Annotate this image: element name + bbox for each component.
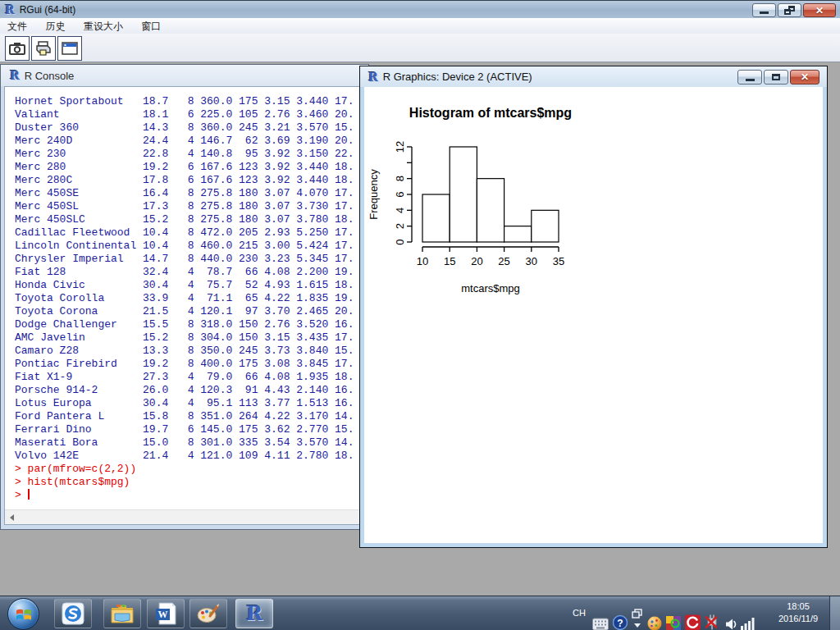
menu-window[interactable]: 窗口	[134, 19, 168, 34]
histogram-bar	[532, 210, 559, 242]
main-titlebar[interactable]: R RGui (64-bit) ✕	[0, 0, 840, 18]
console-line: >	[15, 489, 354, 502]
minimize-icon	[760, 11, 769, 14]
graphics-device-canvas: 0246812Frequency101520253035mtcars$mpgHi…	[364, 87, 823, 543]
taskbar-explorer-button[interactable]	[103, 599, 141, 628]
close-icon: ✕	[815, 6, 824, 16]
antivirus-tray-icon[interactable]	[685, 605, 701, 630]
main-window-title: RGui (64-bit)	[20, 4, 76, 16]
close-icon: ✕	[801, 72, 809, 82]
menu-resize[interactable]: 重设大小	[76, 19, 130, 34]
console-line: Camaro Z28 13.3 8 350.0 245 3.73 3.840 1…	[15, 345, 354, 358]
console-window: R R Console Hornet Sportabout 18.7 8 360…	[1, 65, 368, 529]
y-tick-label: 6	[394, 191, 406, 197]
console-line: Honda Civic 30.4 4 75.7 52 4.93 1.615 18…	[15, 279, 354, 292]
console-line: Duster 360 14.3 8 360.0 245 3.21 3.570 1…	[15, 121, 354, 135]
console-line: Chrysler Imperial 14.7 8 440.0 230 3.23 …	[15, 253, 354, 266]
menu-file[interactable]: 文件	[0, 19, 34, 34]
console-line: Hornet Sportabout 18.7 8 360.0 175 3.15 …	[15, 95, 354, 108]
window-icon	[62, 42, 78, 55]
sogou-browser-icon	[62, 602, 84, 625]
console-line: Merc 280C 17.8 6 167.6 123 3.92 3.440 18…	[15, 174, 354, 187]
console-line: Fiat X1-9 27.3 4 79.0 66 4.08 1.935 18.	[15, 371, 354, 384]
histogram-bar	[477, 179, 504, 242]
console-line: Toyota Corolla 33.9 4 71.1 65 4.22 1.835…	[15, 292, 354, 305]
console-line: Merc 450SLC 15.2 8 275.8 180 3.07 3.780 …	[15, 213, 354, 226]
windows-flag-icon	[16, 607, 32, 622]
paint-palette-icon	[196, 603, 221, 624]
taskbar-word-button[interactable]: W	[147, 599, 185, 628]
graphics-title: R Graphics: Device 2 (ACTIVE)	[383, 71, 532, 83]
console-line: Lincoln Continental 10.4 8 460.0 215 3.0…	[15, 240, 354, 253]
console-line: Merc 450SL 17.3 8 275.8 180 3.07 3.730 1…	[15, 200, 354, 213]
taskbar: W R CH	[0, 596, 840, 630]
console-line: Porsche 914-2 26.0 4 120.3 91 4.43 2.140…	[15, 384, 354, 397]
tray-time: 18:05	[768, 600, 829, 613]
histogram-bar	[504, 226, 532, 242]
taskbar-sogou-button[interactable]	[54, 599, 92, 628]
console-line: Lotus Europa 30.4 4 95.1 113 3.77 1.513 …	[15, 397, 354, 410]
histogram-chart: 0246812Frequency101520253035mtcars$mpgHi…	[364, 87, 821, 543]
console-line: AMC Javelin 15.2 8 304.0 150 3.15 3.435 …	[15, 331, 354, 345]
text-caret	[28, 489, 30, 500]
print-button[interactable]	[31, 36, 56, 61]
console-titlebar[interactable]: R R Console	[1, 65, 368, 86]
chart-title: Histogram of mtcars$mpg	[409, 106, 572, 120]
camera-icon	[9, 42, 25, 55]
histogram-bar	[450, 147, 477, 242]
volume-icon[interactable]	[725, 607, 738, 630]
r-console-icon: R	[10, 70, 20, 81]
removable-device-tray-icon[interactable]	[704, 605, 720, 630]
network-signal-icon[interactable]	[741, 606, 756, 630]
console-line: Maserati Bora 15.0 8 301.0 335 3.54 3.57…	[15, 436, 354, 450]
hidden-icons-button[interactable]	[632, 602, 643, 630]
start-button[interactable]	[7, 598, 39, 630]
console-window-button[interactable]	[57, 36, 82, 61]
rgui-application-window: R RGui (64-bit) ✕ 文件 历史 重设大小 窗口	[0, 0, 840, 630]
folder-icon	[110, 603, 135, 624]
console-line: Fiat 128 32.4 4 78.7 66 4.08 2.200 19.	[15, 266, 354, 279]
ime-grid-tray-icon[interactable]	[666, 606, 681, 630]
taskbar-rgui-button[interactable]: R	[235, 599, 273, 628]
graphics-minimize-button[interactable]	[737, 70, 762, 84]
console-input-area[interactable]: Hornet Sportabout 18.7 8 360.0 175 3.15 …	[4, 86, 365, 525]
console-line: Valiant 18.1 6 225.0 105 2.76 3.460 20.	[15, 108, 354, 121]
restore-button[interactable]	[778, 3, 801, 17]
r-app-icon: R	[5, 4, 15, 16]
console-horizontal-scrollbar[interactable]	[5, 509, 364, 524]
console-line: Ford Pantera L 15.8 8 351.0 264 4.22 3.1…	[15, 410, 354, 423]
graphics-titlebar[interactable]: R R Graphics: Device 2 (ACTIVE) ✕	[360, 66, 827, 87]
console-line: Pontiac Firebird 19.2 8 400.0 175 3.08 3…	[15, 358, 354, 371]
console-line: > par(mfrow=c(2,2))	[15, 463, 354, 476]
svg-text:?: ?	[617, 618, 623, 629]
console-line: Merc 230 22.8 4 140.8 95 3.92 3.150 22.	[15, 148, 354, 161]
keyboard-icon[interactable]	[592, 607, 609, 630]
snapshot-button[interactable]	[5, 36, 30, 61]
help-tray-icon[interactable]: ?	[613, 605, 628, 630]
x-tick-label: 35	[553, 255, 564, 267]
console-line: > hist(mtcars$mpg)	[15, 476, 354, 489]
maximize-icon	[772, 74, 780, 80]
graphics-maximize-button[interactable]	[764, 70, 788, 84]
taskbar-paint-button[interactable]	[189, 599, 227, 628]
y-tick-label: 2	[394, 223, 406, 229]
sogou-ball-tray-icon[interactable]	[647, 606, 662, 630]
x-tick-label: 15	[444, 255, 455, 267]
menu-history[interactable]: 历史	[38, 19, 72, 34]
y-axis-title: Frequency	[368, 169, 380, 220]
graphics-window: R R Graphics: Device 2 (ACTIVE) ✕ 024681…	[360, 66, 827, 547]
language-indicator[interactable]: CH	[573, 608, 586, 630]
graphics-close-button[interactable]: ✕	[790, 70, 819, 84]
close-button[interactable]: ✕	[803, 3, 836, 17]
x-tick-label: 20	[471, 255, 482, 267]
r-icon: R	[246, 604, 262, 623]
x-axis-title: mtcars$mpg	[461, 282, 520, 294]
scroll-left-icon[interactable]	[10, 514, 14, 521]
console-title: R Console	[25, 70, 75, 82]
console-line: Merc 240D 24.4 4 146.7 62 3.69 3.190 20.	[15, 135, 354, 148]
show-desktop-button[interactable]	[829, 596, 840, 630]
minimize-button[interactable]	[752, 3, 776, 17]
tray-clock[interactable]: 18:05 2016/11/9	[768, 600, 829, 625]
printer-icon	[35, 41, 52, 56]
histogram-bar	[422, 194, 450, 242]
